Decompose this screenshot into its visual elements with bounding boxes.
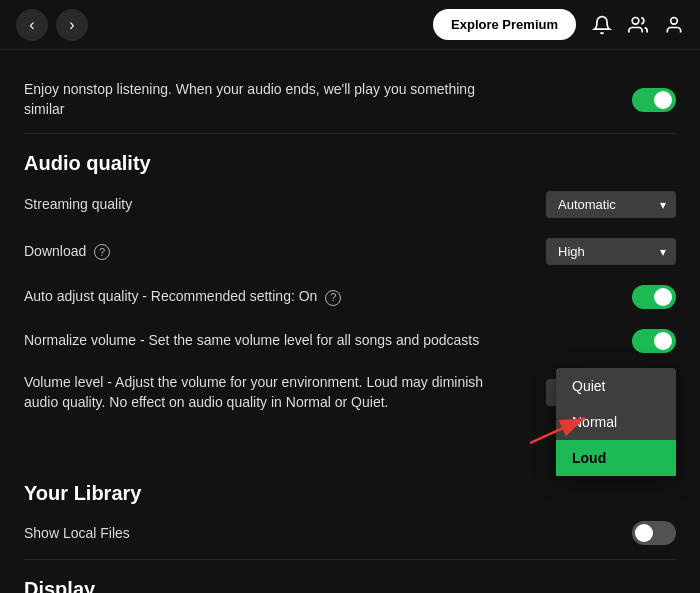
settings-content: Enjoy nonstop listening. When your audio… xyxy=(0,50,700,593)
autoplay-row: Enjoy nonstop listening. When your audio… xyxy=(24,70,676,129)
display-heading: Display xyxy=(24,578,676,593)
friends-button[interactable] xyxy=(628,15,648,35)
download-quality-label: Download ? xyxy=(24,242,504,262)
topbar-actions: Explore Premium xyxy=(433,9,684,40)
back-button[interactable]: ‹ xyxy=(16,9,48,41)
streaming-quality-select[interactable]: Automatic Low Normal High Very High xyxy=(546,191,676,218)
profile-icon xyxy=(664,15,684,35)
local-files-toggle-slider xyxy=(632,521,676,545)
autoplay-toggle[interactable] xyxy=(632,88,676,112)
nav-controls: ‹ › xyxy=(16,9,88,41)
normalize-row: Normalize volume - Set the same volume l… xyxy=(24,319,676,363)
local-files-row: Show Local Files xyxy=(24,511,676,555)
selection-arrow xyxy=(530,408,610,448)
autoplay-label: Enjoy nonstop listening. When your audio… xyxy=(24,80,504,119)
download-quality-row: Download ? High Low Normal Very High xyxy=(24,228,676,275)
normalize-toggle-slider xyxy=(632,329,676,353)
auto-adjust-row: Auto adjust quality - Recommended settin… xyxy=(24,275,676,319)
auto-adjust-toggle[interactable] xyxy=(632,285,676,309)
audio-quality-heading: Audio quality xyxy=(24,152,676,175)
forward-button[interactable]: › xyxy=(56,9,88,41)
svg-point-1 xyxy=(671,17,678,24)
normalize-label: Normalize volume - Set the same volume l… xyxy=(24,331,504,351)
local-files-label: Show Local Files xyxy=(24,524,504,544)
profile-button[interactable] xyxy=(664,15,684,35)
streaming-quality-row: Streaming quality Automatic Low Normal H… xyxy=(24,181,676,228)
your-library-heading: Your Library xyxy=(24,482,676,505)
download-quality-select-wrapper: High Low Normal Very High xyxy=(546,238,676,265)
friends-icon xyxy=(628,15,648,35)
explore-premium-button[interactable]: Explore Premium xyxy=(433,9,576,40)
download-info-icon: ? xyxy=(94,244,110,260)
bell-icon xyxy=(592,15,612,35)
topbar: ‹ › Explore Premium xyxy=(0,0,700,50)
download-quality-select[interactable]: High Low Normal Very High xyxy=(546,238,676,265)
volume-level-label: Volume level - Adjust the volume for you… xyxy=(24,373,504,412)
autoplay-toggle-slider xyxy=(632,88,676,112)
streaming-quality-select-wrapper: Automatic Low Normal High Very High xyxy=(546,191,676,218)
svg-point-0 xyxy=(632,17,639,24)
dropdown-item-quiet[interactable]: Quiet xyxy=(556,368,676,404)
svg-line-3 xyxy=(530,418,585,443)
notifications-button[interactable] xyxy=(592,15,612,35)
normalize-toggle[interactable] xyxy=(632,329,676,353)
auto-adjust-label: Auto adjust quality - Recommended settin… xyxy=(24,287,504,307)
streaming-quality-label: Streaming quality xyxy=(24,195,504,215)
auto-adjust-toggle-slider xyxy=(632,285,676,309)
auto-adjust-info-icon: ? xyxy=(325,290,341,306)
local-files-toggle[interactable] xyxy=(632,521,676,545)
